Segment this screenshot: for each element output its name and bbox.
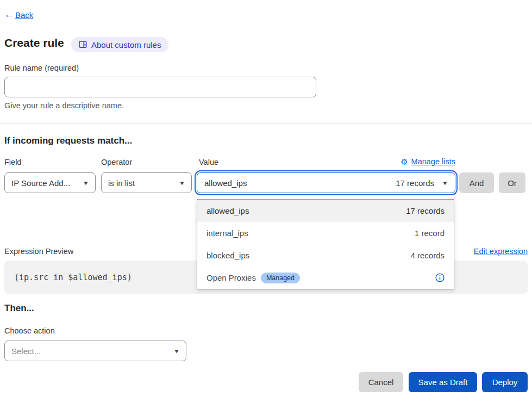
back-arrow-icon: ←: [4, 9, 14, 20]
edit-expression-link[interactable]: Edit expression: [474, 247, 528, 256]
field-select-value: IP Source Add...: [11, 178, 70, 188]
rule-name-helper-text: Give your rule a descriptive name.: [4, 101, 124, 110]
save-as-draft-button[interactable]: Save as Draft: [409, 372, 477, 392]
and-button[interactable]: And: [459, 172, 494, 193]
operator-select-value: is in list: [108, 178, 135, 188]
value-combobox[interactable]: allowed_ips 17 records ▼: [197, 172, 455, 193]
expression-code: (ip.src in $allowed_ips): [14, 273, 132, 282]
about-custom-rules-label: About custom rules: [91, 40, 161, 50]
list-item-name: internal_ips: [206, 228, 248, 238]
list-item-name: blocked_ips: [206, 251, 249, 260]
operator-column-label: Operator: [101, 158, 132, 166]
manage-lists-link[interactable]: ⚙ Manage lists: [400, 157, 455, 166]
field-column-label: Field: [4, 158, 21, 166]
action-select[interactable]: Select... ▼: [4, 341, 186, 361]
section-divider: [0, 123, 532, 124]
managed-badge: Managed: [261, 273, 300, 283]
manage-lists-label: Manage lists: [411, 157, 455, 166]
value-records-count: 17 records: [396, 178, 434, 188]
about-custom-rules-link[interactable]: About custom rules: [71, 37, 168, 52]
gear-icon: ⚙: [400, 158, 408, 166]
list-item-name: Open Proxies: [206, 273, 256, 282]
list-item-name: allowed_ips: [206, 206, 249, 215]
book-icon: [79, 41, 87, 48]
action-select-placeholder: Select...: [11, 347, 41, 356]
back-link[interactable]: ← Back: [4, 9, 33, 20]
page-title: Create rule: [4, 36, 64, 50]
list-item-internal-ips[interactable]: internal_ips 1 record: [197, 222, 454, 244]
match-section-heading: If incoming requests match...: [4, 135, 132, 146]
expression-preview-label: Expression Preview: [4, 247, 73, 256]
value-column-label: Value: [199, 158, 218, 166]
then-section-heading: Then...: [4, 303, 34, 314]
choose-action-label: Choose action: [4, 326, 55, 335]
rule-name-input[interactable]: [4, 77, 316, 97]
chevron-down-icon: ▼: [179, 180, 185, 186]
deploy-button[interactable]: Deploy: [482, 372, 528, 392]
create-rule-page: ← Back Create rule About custom rules Ru…: [0, 0, 532, 402]
chevron-down-icon: ▼: [442, 180, 448, 186]
info-icon[interactable]: [435, 273, 445, 282]
operator-select[interactable]: is in list ▼: [101, 172, 192, 193]
list-item-blocked-ips[interactable]: blocked_ips 4 records: [197, 244, 454, 267]
chevron-down-icon: ▼: [173, 348, 180, 354]
chevron-down-icon: ▼: [83, 180, 89, 186]
field-select[interactable]: IP Source Add... ▼: [4, 172, 96, 193]
or-button[interactable]: Or: [499, 172, 525, 193]
value-combobox-selected: allowed_ips: [204, 178, 247, 188]
list-item-records: 17 records: [406, 206, 445, 215]
back-link-label: Back: [15, 10, 33, 20]
cancel-button[interactable]: Cancel: [359, 372, 403, 392]
list-item-allowed-ips[interactable]: allowed_ips 17 records: [197, 200, 454, 222]
list-item-open-proxies[interactable]: Open Proxies Managed: [197, 267, 454, 289]
list-item-records: 4 records: [410, 251, 445, 260]
list-item-records: 1 record: [415, 228, 445, 238]
rule-name-label: Rule name (required): [4, 64, 79, 72]
value-dropdown-menu: allowed_ips 17 records internal_ips 1 re…: [197, 199, 454, 289]
